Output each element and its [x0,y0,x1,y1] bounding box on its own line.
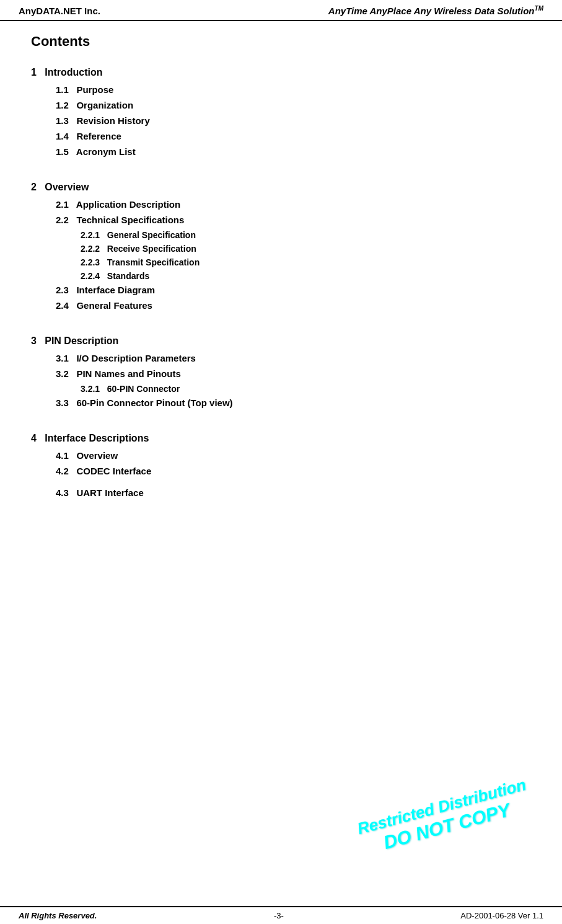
footer-version: AD-2001-06-28 Ver 1.1 [460,911,543,920]
watermark-line1: Restricted Distribution [355,775,528,838]
toc-item-2-2-4: 2.2.4 Standards [81,271,531,281]
toc-item-4: 4 Interface Descriptions [31,433,531,444]
toc-item-1-2: 1.2 Organization [56,100,531,110]
toc-item-2: 2 Overview [31,182,531,193]
toc-item-2-1: 2.1 Application Description [56,199,531,210]
watermark-line2: DO NOT COPY [360,794,533,859]
toc-item-2-2: 2.2 Technical Specifications [56,215,531,225]
page: AnyDATA.NET Inc. AnyTime AnyPlace Any Wi… [0,0,562,924]
toc-item-1: 1 Introduction [31,67,531,78]
page-header: AnyDATA.NET Inc. AnyTime AnyPlace Any Wi… [0,0,562,21]
page-footer: All Rights Reserved. -3- AD-2001-06-28 V… [0,906,562,924]
page-title: Contents [31,33,531,52]
toc-item-2-3: 2.3 Interface Diagram [56,285,531,295]
toc-section-2: 2 Overview 2.1 Application Description 2… [31,182,531,311]
toc-item-2-2-3: 2.2.3 Transmit Specification [81,257,531,267]
toc-section-3: 3 PIN Description 3.1 I/O Description Pa… [31,335,531,408]
company-tagline: AnyTime AnyPlace Any Wireless Data Solut… [328,5,543,16]
toc-item-3-2: 3.2 PIN Names and Pinouts [56,368,531,379]
page-content: Contents 1 Introduction 1.1 Purpose 1.2 … [0,21,562,548]
toc-item-2-2-2: 2.2.2 Receive Specification [81,244,531,254]
toc-section-4: 4 Interface Descriptions 4.1 Overview 4.… [31,433,531,498]
footer-page-number: -3- [274,911,284,920]
company-name: AnyDATA.NET Inc. [19,6,100,16]
toc-item-4-2: 4.2 CODEC Interface [56,466,531,476]
toc-item-1-3: 1.3 Revision History [56,115,531,126]
toc-item-2-2-1: 2.2.1 General Specification [81,230,531,240]
toc-item-3-1: 3.1 I/O Description Parameters [56,353,531,363]
toc-item-1-1: 1.1 Purpose [56,84,531,95]
toc-item-4-3: 4.3 UART Interface [56,487,531,498]
watermark: Restricted Distribution DO NOT COPY [355,775,533,859]
toc-item-1-4: 1.4 Reference [56,131,531,141]
toc-item-1-5: 1.5 Acronym List [56,146,531,157]
footer-left: All Rights Reserved. [19,911,97,920]
toc-item-3: 3 PIN Description [31,335,531,347]
toc-item-4-1: 4.1 Overview [56,450,531,461]
toc-item-3-2-1: 3.2.1 60-PIN Connector [81,384,531,394]
toc-section-1: 1 Introduction 1.1 Purpose 1.2 Organizat… [31,67,531,157]
toc-item-3-3: 3.3 60-Pin Connector Pinout (Top view) [56,398,531,408]
toc-item-2-4: 2.4 General Features [56,300,531,311]
